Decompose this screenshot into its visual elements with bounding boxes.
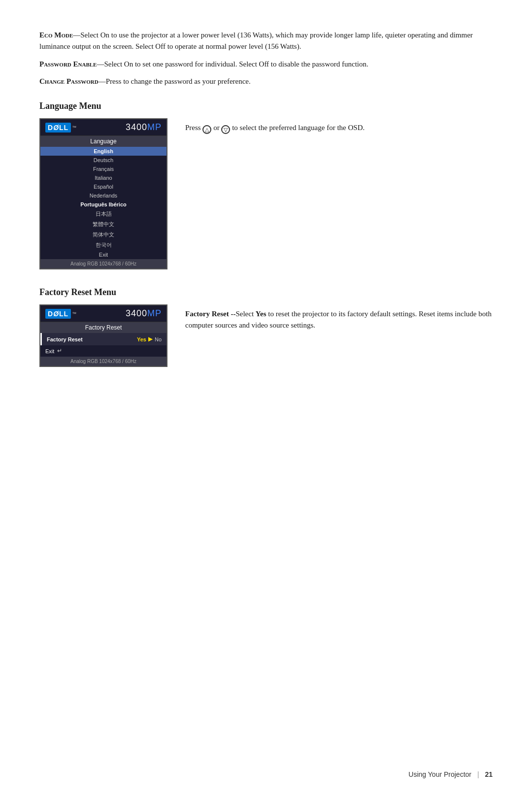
yes-no-group: Yes ▶ No <box>137 335 162 343</box>
osd-model: 3400MP <box>126 122 162 133</box>
factory-osd-header: DØLL™ 3400MP <box>40 305 166 322</box>
right-arrow-icon: ▽ <box>221 125 230 134</box>
factory-reset-heading: Factory Reset Menu <box>39 287 493 298</box>
page-content: Eco Mode—Select On to use the projector … <box>39 30 493 367</box>
language-menu-title: Language <box>40 136 166 147</box>
password-enable-dash: — <box>97 60 104 68</box>
factory-exit-arrow-icon: ↵ <box>57 347 62 355</box>
cursor-icon: ▶ <box>148 335 153 343</box>
language-menu-section: Language Menu DØLL™ 3400MP Language Engl… <box>39 101 493 269</box>
lang-korean: 한국어 <box>40 240 166 250</box>
factory-exit-label: Exit <box>45 348 54 354</box>
factory-reset-description-text: Factory Reset --Select Yes to reset the … <box>185 308 493 332</box>
factory-no: No <box>155 336 162 342</box>
factory-exit-row: Exit ↵ <box>40 345 166 357</box>
factory-yes: Yes <box>137 336 146 342</box>
language-osd-box: DØLL™ 3400MP Language English Deutsch Fr… <box>39 118 167 269</box>
language-menu-layout: DØLL™ 3400MP Language English Deutsch Fr… <box>39 118 493 269</box>
lang-deutsch: Deutsch <box>40 156 166 165</box>
lang-francais: Français <box>40 165 166 173</box>
dell-logo-text: DØLL <box>45 123 71 133</box>
factory-reset-section: Factory Reset Menu DØLL™ 3400MP Factory … <box>39 287 493 367</box>
intro-section: Eco Mode—Select On to use the projector … <box>39 30 493 87</box>
factory-reset-row-label: Factory Reset <box>47 336 83 342</box>
change-password-text: Press to change the password as your pre… <box>106 77 251 85</box>
change-password-paragraph: Change Password—Press to change the pass… <box>39 76 493 87</box>
language-description: Press △ or ▽ to select the preferred lan… <box>185 118 493 133</box>
page-number: 21 <box>485 770 493 778</box>
page-footer: Using Your Projector | 21 <box>408 770 493 778</box>
change-password-label: Change Password <box>39 77 99 85</box>
factory-osd-model: 3400MP <box>126 308 162 319</box>
factory-dell-logo: DØLL™ <box>45 309 76 319</box>
change-password-dash: — <box>99 77 106 85</box>
yes-bold: Yes <box>256 310 266 318</box>
eco-mode-label: Eco Mode <box>39 31 73 39</box>
lang-simplified-chinese: 简体中文 <box>40 230 166 240</box>
eco-mode-text: Select On to use the projector at a lowe… <box>39 31 473 50</box>
lang-japanese: 日本語 <box>40 209 166 219</box>
password-enable-text: Select On to set one password for indivi… <box>104 60 368 68</box>
lang-english: English <box>40 147 166 156</box>
factory-reset-layout: DØLL™ 3400MP Factory Reset Factory Reset… <box>39 304 493 367</box>
left-arrow-icon: △ <box>202 125 211 134</box>
lang-exit: Exit <box>40 250 166 259</box>
password-enable-paragraph: Password Enable—Select On to set one pas… <box>39 59 493 70</box>
osd-header: DØLL™ 3400MP <box>40 119 166 136</box>
lang-nederlands: Nederlands <box>40 191 166 200</box>
lang-espanol: Español <box>40 182 166 191</box>
language-osd-screenshot: DØLL™ 3400MP Language English Deutsch Fr… <box>39 118 167 269</box>
factory-osd-footer: Analog RGB 1024x768 / 60Hz <box>40 357 166 366</box>
language-menu-heading: Language Menu <box>39 101 493 111</box>
factory-dell-logo-text: DØLL <box>45 309 71 319</box>
eco-mode-dash: — <box>73 31 80 39</box>
language-description-text: Press △ or ▽ to select the preferred lan… <box>185 122 493 133</box>
dell-logo: DØLL™ <box>45 123 76 133</box>
factory-reset-row: Factory Reset Yes ▶ No <box>40 333 166 345</box>
lang-portugues: Português Ibérico <box>40 200 166 209</box>
language-osd-footer: Analog RGB 1024x768 / 60Hz <box>40 259 166 268</box>
factory-reset-osd-screenshot: DØLL™ 3400MP Factory Reset Factory Reset… <box>39 304 167 367</box>
lang-italiano: Italiano <box>40 173 166 182</box>
eco-mode-paragraph: Eco Mode—Select On to use the projector … <box>39 30 493 53</box>
lang-traditional-chinese: 繁體中文 <box>40 219 166 230</box>
factory-reset-osd-box: DØLL™ 3400MP Factory Reset Factory Reset… <box>39 304 167 367</box>
password-enable-label: Password Enable <box>39 60 97 68</box>
factory-reset-description: Factory Reset --Select Yes to reset the … <box>185 304 493 332</box>
factory-dell-tm: ™ <box>72 311 76 316</box>
factory-menu-title: Factory Reset <box>40 322 166 333</box>
factory-reset-bold: Factory Reset -- <box>185 310 235 318</box>
dell-tm: ™ <box>72 125 76 130</box>
footer-text: Using Your Projector <box>408 770 471 778</box>
footer-separator: | <box>477 770 479 778</box>
